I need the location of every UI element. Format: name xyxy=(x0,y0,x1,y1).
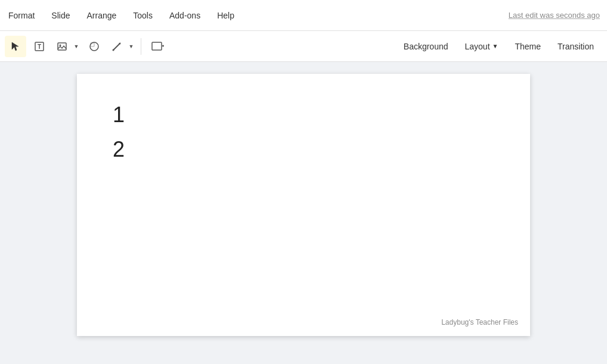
select-icon xyxy=(10,41,21,52)
text-icon: T xyxy=(34,41,45,52)
menu-addons[interactable]: Add-ons xyxy=(168,8,202,23)
menubar-items: Format Slide Arrange Tools Add-ons Help xyxy=(7,8,236,23)
line-tool-button[interactable] xyxy=(107,36,126,57)
select-tool-button[interactable] xyxy=(5,36,26,57)
toolbar: T ▼ ▼ xyxy=(0,31,607,62)
line-tool-group: ▼ xyxy=(107,36,136,57)
background-button[interactable]: Background xyxy=(395,36,457,57)
svg-text:T: T xyxy=(38,43,41,50)
transition-button[interactable]: Transition xyxy=(549,36,602,57)
main-area: 1 2 Ladybug's Teacher Files xyxy=(0,62,607,364)
image-tool-arrow[interactable]: ▼ xyxy=(72,36,81,57)
slide: 1 2 Ladybug's Teacher Files xyxy=(77,74,530,336)
image-icon xyxy=(57,41,67,52)
menu-help[interactable]: Help xyxy=(216,8,236,23)
svg-point-8 xyxy=(113,49,114,51)
layout-arrow-icon: ▼ xyxy=(493,43,498,49)
menu-format[interactable]: Format xyxy=(7,8,36,23)
svg-rect-3 xyxy=(58,43,66,50)
toolbar-divider xyxy=(141,38,141,55)
menu-arrange[interactable]: Arrange xyxy=(85,8,117,23)
slide-line-1: 1 xyxy=(113,98,494,132)
svg-marker-0 xyxy=(12,42,18,51)
line-tool-arrow[interactable]: ▼ xyxy=(126,36,136,57)
theme-button[interactable]: Theme xyxy=(506,36,549,57)
image-tool-button[interactable] xyxy=(52,36,72,57)
svg-point-4 xyxy=(60,44,61,46)
menu-slide[interactable]: Slide xyxy=(50,8,71,23)
text-tool-button[interactable]: T xyxy=(29,36,50,57)
new-slide-icon xyxy=(151,41,165,52)
image-tool-group: ▼ xyxy=(52,36,81,57)
shape-icon xyxy=(89,41,100,52)
slide-line-2: 2 xyxy=(113,132,494,167)
slide-footer: Ladybug's Teacher Files xyxy=(441,318,518,326)
svg-line-7 xyxy=(113,43,120,50)
slide-panel: 1 2 Ladybug's Teacher Files xyxy=(0,62,607,364)
new-slide-button[interactable] xyxy=(146,36,170,57)
slide-content: 1 2 xyxy=(113,98,494,166)
menu-tools[interactable]: Tools xyxy=(132,8,154,23)
menubar: Format Slide Arrange Tools Add-ons Help … xyxy=(0,0,607,31)
last-edit-label: Last edit was seconds ago xyxy=(509,11,600,20)
shape-tool-button[interactable] xyxy=(83,36,105,57)
line-icon xyxy=(112,41,122,52)
svg-rect-10 xyxy=(152,42,162,50)
layout-button[interactable]: Layout ▼ xyxy=(457,36,507,57)
toolbar-right: Background Layout ▼ Theme Transition xyxy=(395,36,602,57)
